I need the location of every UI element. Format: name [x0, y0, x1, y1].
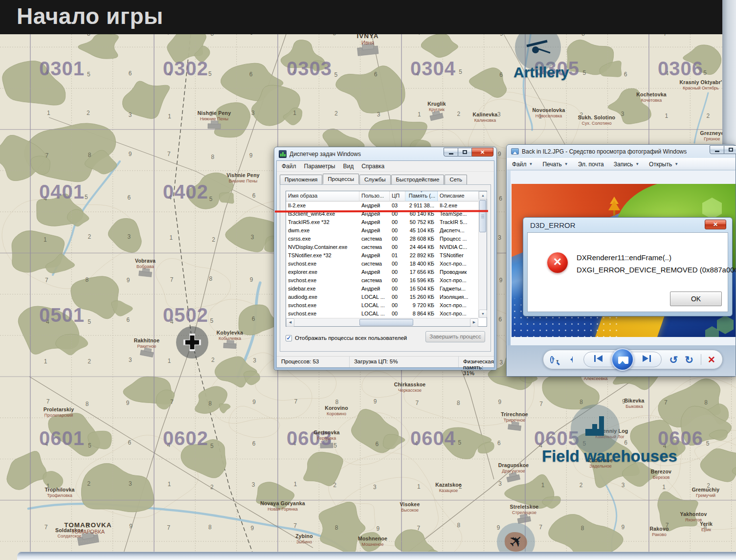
column-header[interactable]: Пользо... [359, 191, 390, 202]
town-label: BikevkaБыковка [624, 398, 644, 409]
tab-item[interactable]: Быстродействие [391, 175, 445, 184]
menu-item[interactable]: Вид [339, 162, 357, 171]
tab-item[interactable]: Сеть [445, 175, 467, 184]
process-cell: 00 [390, 268, 405, 276]
end-process-button[interactable]: Завершить процесс [425, 331, 485, 342]
svg-text:5: 5 [85, 194, 88, 201]
photo-viewer-titlebar[interactable]: Back in IL2.JPG - Средство просмотра фот… [507, 145, 736, 158]
process-row[interactable]: explorer.exeАндрей0017 656 КБПроводник [286, 268, 487, 276]
minimize-button[interactable] [710, 145, 724, 154]
svg-text:9: 9 [499, 277, 503, 284]
svg-text:6: 6 [127, 316, 130, 323]
close-button[interactable]: ✕ [472, 148, 493, 157]
photo-viewer-title: Back in IL2.JPG - Средство просмотра фот… [522, 148, 687, 155]
process-row[interactable]: dwm.exeАндрей0045 104 КБДиспетч... [286, 226, 487, 235]
town-name-ru: Казацкое [435, 488, 462, 493]
svg-text:3: 3 [129, 357, 132, 363]
svg-text:8: 8 [209, 275, 212, 282]
town-label: RakhitnoeРакитное [134, 338, 160, 349]
page-header: Начало игры [0, 0, 722, 34]
menu-item[interactable]: Эл. почта [573, 159, 609, 169]
svg-text:2: 2 [333, 482, 336, 489]
error-dialog-close-button[interactable]: ✕ [705, 220, 726, 229]
warehouses-marker-circle[interactable] [571, 404, 620, 453]
tab-item[interactable]: Службы [359, 175, 391, 184]
menu-item[interactable]: Печать▼ [537, 159, 573, 169]
menu-item[interactable]: Файл▼ [507, 159, 537, 169]
scroll-left-button[interactable]: ◀ [286, 318, 294, 327]
process-row[interactable]: audiodg.exeLOCAL ...0015 260 КБИзоляция.… [286, 293, 487, 301]
tab-item[interactable]: Приложения [280, 175, 322, 184]
column-header[interactable]: Имя образа [286, 191, 359, 202]
town-name-ru: Новоселовка [533, 113, 565, 118]
rotate-clockwise-icon[interactable]: ↻ [685, 355, 693, 365]
menu-item[interactable]: Файл [278, 162, 300, 171]
process-row[interactable]: svchost.exeсистема0016 596 КБХост-про... [286, 276, 487, 285]
vertical-scroll-thumb[interactable] [479, 200, 486, 232]
process-cell: 16 504 КБ [405, 285, 438, 293]
column-header[interactable]: ЦП [390, 191, 405, 202]
svg-text:3: 3 [252, 481, 255, 488]
delete-icon[interactable]: ✕ [708, 354, 715, 365]
screen: 7894561237894561237894561237894561237894… [0, 0, 736, 560]
rotate-counterclockwise-icon[interactable]: ↺ [669, 355, 678, 365]
minimize-button[interactable] [444, 148, 458, 157]
svg-text:6: 6 [624, 439, 627, 446]
background-window-top-edge[interactable] [17, 552, 736, 560]
process-row[interactable]: csrss.exeсистема0028 608 КБПроцесс ... [286, 235, 487, 243]
maximize-button[interactable] [458, 148, 472, 157]
tab-processes[interactable]: Процессы [323, 174, 359, 184]
ok-button[interactable]: OK [670, 291, 722, 306]
svg-text:9: 9 [252, 399, 256, 405]
process-row[interactable]: sidebar.exeАндрей0016 504 КБГаджеты... [286, 285, 487, 293]
process-row[interactable]: TSNotifier.exe *32Андрей0122 892 КБTSNot… [286, 251, 487, 260]
menu-item[interactable]: Параметры [300, 162, 339, 171]
process-row[interactable]: TrackIR5.exe *32Андрей0050 752 КБTrackIR… [286, 218, 487, 226]
horizontal-scroll-thumb[interactable] [359, 319, 413, 326]
process-cell: 22 892 КБ [405, 251, 438, 260]
town-name-en: Gertsovka [313, 430, 339, 436]
scroll-down-button[interactable]: ▼ [479, 310, 487, 318]
process-row[interactable]: NVDisplay.Container.exeсистема0024 464 К… [286, 243, 487, 251]
play-slideshow-button[interactable] [611, 348, 634, 371]
process-cell: Хост-про... [438, 310, 479, 318]
error-message: DXRenderer11::endFrame(..) DXGI_ERROR_DE… [577, 251, 736, 276]
town-label: Krasniy Oktyabr'Красный Октябрь [680, 80, 722, 90]
scroll-right-button[interactable]: ▶ [470, 318, 478, 327]
svg-text:1: 1 [665, 112, 669, 119]
rakitnoye-marker-circle[interactable] [176, 326, 208, 358]
svg-text:6: 6 [499, 71, 503, 78]
svg-text:6: 6 [374, 71, 378, 78]
process-row[interactable]: svchost.exeLOCAL ...008 864 КБХост-про..… [286, 310, 487, 318]
town-name-ru: Черкасское [394, 388, 426, 393]
column-header[interactable]: ▼Память (... [405, 191, 438, 202]
grid-square-number: 0301 [39, 59, 85, 78]
photo-viewer-window[interactable]: Back in IL2.JPG - Средство просмотра фот… [506, 144, 736, 377]
scroll-up-button[interactable]: ▲ [479, 191, 487, 200]
process-row[interactable]: Il-2.exeАндрей032 911 38...Il-2.exe [286, 202, 487, 210]
process-row[interactable]: svchost.exeLOCAL ...009 720 КБХост-про..… [286, 301, 487, 310]
next-button[interactable] [636, 355, 657, 364]
show-all-processes-checkbox[interactable]: ✓ [286, 335, 292, 341]
menu-item[interactable]: Запись▼ [609, 159, 644, 169]
svg-text:9: 9 [497, 524, 500, 531]
process-row[interactable]: svchost.exeсистема0018 400 КБХост-про... [286, 260, 487, 268]
process-cell: Хост-про... [438, 301, 479, 310]
column-header[interactable]: Описание [438, 191, 479, 202]
fit-to-window-icon[interactable] [570, 355, 573, 364]
maximize-button[interactable] [724, 145, 736, 154]
task-manager-window[interactable]: Диспетчер задач Windows ✕ ФайлПараметрыВ… [274, 147, 497, 370]
statusbar-cell: Физическая память: 31% [459, 357, 494, 367]
previous-button[interactable] [588, 355, 609, 364]
zoom-icon[interactable] [550, 356, 554, 363]
town-name-en: Kalinevka [473, 112, 498, 118]
svg-text:1: 1 [168, 113, 171, 120]
horizontal-scrollbar[interactable]: ◀ ▶ [286, 318, 478, 326]
process-cell: 00 [390, 235, 405, 243]
error-icon: ✕ [547, 252, 568, 273]
town-name-ru: Зыбино [295, 539, 313, 544]
menu-item[interactable]: Справка [357, 162, 388, 171]
sort-indicator-icon: ▼ [420, 191, 423, 193]
menu-item[interactable]: Открыть▼ [644, 159, 683, 169]
town-name-en: Streletskoe [510, 504, 539, 510]
